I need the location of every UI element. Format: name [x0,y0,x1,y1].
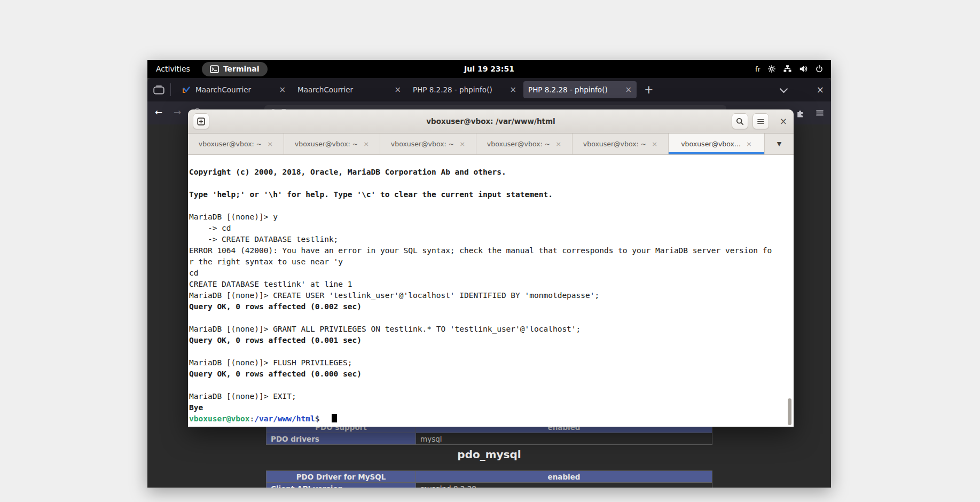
back-button[interactable]: ← [155,107,162,117]
terminal-output-line [189,346,794,357]
gear-icon [767,65,776,73]
browser-tab-title: PHP 8.2.28 - phpinfo() [528,85,621,94]
focused-app-indicator[interactable]: Terminal [202,62,268,76]
terminal-tab-title: vboxuser@vbox: ~ [487,140,550,148]
desktop: Activities Terminal Jul 19 23:51 fr [147,60,831,488]
terminal-tab-title: vboxuser@vbox: ~ [583,140,646,148]
browser-tab-close-icon[interactable]: × [394,85,401,95]
terminal-close-button[interactable]: × [780,116,789,127]
phpinfo-value-cell: enabled [416,471,712,483]
new-tab-plus-icon [197,117,206,126]
browser-tab-title: MaarchCourrier [195,85,275,94]
terminal-icon [210,65,219,73]
browser-tab-strip: MaarchCourrier×MaarchCourrier×PHP 8.2.28… [147,78,831,101]
phpinfo-row: PDO driversmysql [266,433,712,445]
clock[interactable]: Jul 19 23:51 [464,65,514,73]
browser-menu-icon[interactable] [816,109,824,117]
browser-tab-title: MaarchCourrier [297,85,390,94]
browser-tab-close-icon[interactable]: × [509,85,516,95]
browser-window-close-icon[interactable]: × [817,84,824,95]
terminal-text-segment: Query OK, 0 rows affected (0.000 sec) [189,370,362,378]
terminal-output-line [189,178,794,189]
terminal-tab[interactable]: vboxuser@vbox: ~× [573,134,669,154]
terminal-text-segment: ERROR 1064 (42000): You have an error in… [189,246,772,255]
terminal-output-line: Type 'help;' or '\h' for help. Type '\c'… [189,189,794,200]
terminal-output-line: r the right syntax to use near 'y [189,256,794,268]
terminal-search-button[interactable] [732,113,748,129]
terminal-new-tab-button[interactable] [193,113,209,129]
terminal-output-line [189,200,794,211]
terminal-tab-title: vboxuser@vbox: ~ [199,140,262,148]
phpinfo-label-cell: PDO Driver for MySQL [266,471,416,483]
terminal-output-line [189,380,794,391]
tab-strip-separator [170,83,171,96]
terminal-output-line: MariaDB [(none)]> FLUSH PRIVILEGES; [189,357,794,368]
terminal-tab[interactable]: vboxuser@vbox: ~× [284,134,380,154]
volume-icon [799,65,808,73]
focused-app-name: Terminal [223,65,260,73]
terminal-tab-close-icon[interactable]: × [459,140,465,148]
terminal-output-line: MariaDB [(none)]> CREATE USER 'testlink_… [189,290,794,301]
terminal-text-segment: CREATE DATABASE testlink' at line 1 [189,280,352,288]
terminal-window-title: vboxuser@vbox: /var/www/html [426,117,555,126]
phpinfo-row: Client API versionmysqlnd 8.2.28 [266,483,712,488]
terminal-output[interactable]: Copyright (c) 2000, 2018, Oracle, MariaD… [188,155,794,427]
forward-button[interactable]: → [174,107,181,117]
terminal-tab[interactable]: vboxuser@vbox: ~× [188,134,284,154]
phpinfo-value-cell: mysqlnd 8.2.28 [416,483,712,488]
phpinfo-row: PDO Driver for MySQLenabled [266,471,712,483]
phpinfo-label-cell: PDO drivers [266,433,416,445]
terminal-output-line: ERROR 1064 (42000): You have an error in… [189,245,794,256]
browser-tab[interactable]: MaarchCourrier× [177,81,291,98]
browser-tab[interactable]: PHP 8.2.28 - phpinfo()× [408,81,521,98]
terminal-prompt-line: vboxuser@vbox:/var/www/html$ [189,413,794,425]
terminal-tab-close-icon[interactable]: × [746,140,752,148]
terminal-text-segment: MariaDB [(none)]> GRANT ALL PRIVILEGES O… [189,325,581,333]
extensions-puzzle-icon[interactable] [796,109,804,117]
terminal-menu-button[interactable] [752,113,769,129]
keyboard-layout-indicator[interactable]: fr [755,65,761,73]
phpinfo-section-heading: pdo_mysql [266,448,712,461]
system-status-area[interactable]: fr [755,60,824,78]
prompt-cwd: /var/www/html [254,414,315,423]
terminal-headerbar: vboxuser@vbox: /var/www/html × [188,109,794,134]
terminal-tab[interactable]: vboxuser@vbox...× [669,134,765,154]
phpinfo-label-cell: Client API version [266,483,416,488]
phpinfo-pdo-mysql-table: PDO Driver for MySQLenabledClient API ve… [266,470,712,488]
terminal-tab-close-icon[interactable]: × [652,140,657,148]
terminal-tab-title: vboxuser@vbox: ~ [391,140,454,148]
terminal-output-line: -> CREATE DATABASE testlink; [189,234,794,245]
terminal-tab-title: vboxuser@vbox: ~ [295,140,358,148]
terminal-output-line: -> cd [189,223,794,234]
terminal-tab-title: vboxuser@vbox... [681,140,741,148]
activities-button[interactable]: Activities [156,65,190,73]
terminal-tab-overflow-button[interactable]: ▼ [765,134,794,154]
terminal-text-segment: Query OK, 0 rows affected (0.002 sec) [189,302,362,311]
new-tab-button[interactable]: + [644,83,654,96]
browser-tab[interactable]: PHP 8.2.28 - phpinfo()× [523,81,637,98]
screenshot-canvas: Activities Terminal Jul 19 23:51 fr [0,0,980,502]
terminal-tab[interactable]: vboxuser@vbox: ~× [380,134,476,154]
terminal-tab-close-icon[interactable]: × [363,140,369,148]
terminal-tab[interactable]: vboxuser@vbox: ~× [476,134,573,154]
terminal-output-line: CREATE DATABASE testlink' at line 1 [189,279,794,290]
terminal-output-line: MariaDB [(none)]> GRANT ALL PRIVILEGES O… [189,324,794,335]
browser-tab[interactable]: MaarchCourrier× [293,81,406,98]
network-icon [783,65,792,73]
terminal-output-line: Bye [189,402,794,413]
terminal-output-line: MariaDB [(none)]> EXIT; [189,391,794,402]
terminal-output-line: MariaDB [(none)]> y [189,211,794,223]
terminal-output-line: Query OK, 0 rows affected (0.002 sec) [189,301,794,312]
terminal-text-segment: -> cd [189,224,231,232]
terminal-tab-close-icon[interactable]: × [267,140,273,148]
terminal-text-segment: cd [189,269,198,277]
terminal-text-segment: MariaDB [(none)]> FLUSH PRIVILEGES; [189,358,352,367]
list-all-tabs-icon[interactable] [779,84,788,93]
terminal-text-segment: Copyright (c) 2000, 2018, Oracle, MariaD… [189,168,506,176]
terminal-tab-close-icon[interactable]: × [555,140,561,148]
browser-tab-close-icon[interactable]: × [625,85,632,95]
hamburger-menu-icon [756,117,765,126]
terminal-scrollbar-thumb[interactable] [788,398,791,425]
firefox-view-icon[interactable] [153,85,164,95]
browser-tab-close-icon[interactable]: × [279,85,286,95]
